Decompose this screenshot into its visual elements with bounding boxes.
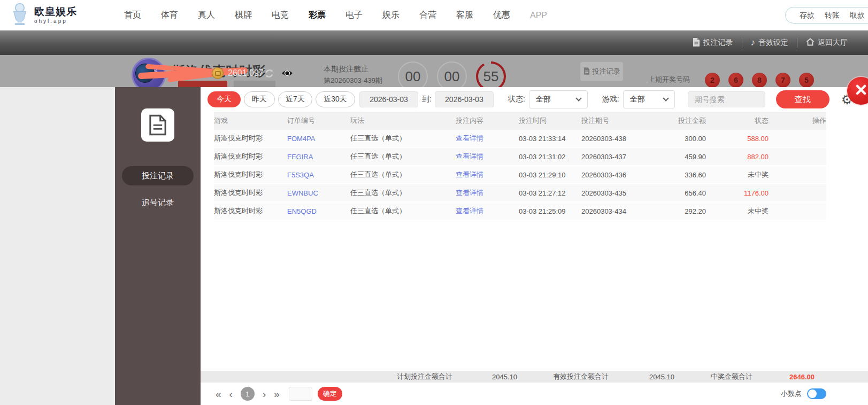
quick-filter-30days[interactable]: 近30天 bbox=[316, 91, 355, 107]
chevron-down-icon bbox=[575, 95, 581, 101]
plan-total-value: 2045.10 bbox=[492, 373, 517, 381]
game-select[interactable]: 全部 bbox=[623, 90, 675, 108]
status-select[interactable]: 全部 bbox=[529, 90, 588, 108]
bet-records-link[interactable]: 投注记录 bbox=[693, 38, 733, 48]
sound-settings-link[interactable]: ♪ 音效设定 bbox=[751, 37, 789, 48]
divider bbox=[742, 38, 742, 48]
home-icon bbox=[806, 38, 815, 48]
date-to-input[interactable] bbox=[435, 91, 494, 107]
avatar[interactable] bbox=[135, 64, 155, 83]
page-confirm-button[interactable]: 确定 bbox=[318, 387, 342, 401]
valid-total-label: 有效投注金额合计 bbox=[553, 372, 609, 381]
nav-item-partner[interactable]: 合营 bbox=[419, 10, 436, 21]
cell-bet-time: 03-03 21:31:02 bbox=[519, 153, 581, 161]
back-to-lobby-link[interactable]: 返回大厅 bbox=[806, 38, 848, 48]
win-total-label: 中奖金额合计 bbox=[711, 372, 752, 381]
first-page-button[interactable]: « bbox=[216, 389, 221, 399]
current-page-indicator: 1 bbox=[241, 387, 255, 401]
top-nav: 欧皇娱乐 ohyl.app 首页 体育 真人 棋牌 电竞 彩票 电子 娱乐 合营… bbox=[0, 0, 868, 30]
transfer-button[interactable]: 转账 bbox=[825, 11, 840, 20]
user-bar: 2601.097 投注记录 ♪ 音效设定 返回大厅 bbox=[0, 30, 868, 55]
sidebar-item-bet-records[interactable]: 投注记录 bbox=[122, 166, 194, 185]
cell-bet-time: 03-03 21:27:12 bbox=[519, 189, 581, 197]
quick-filter-today[interactable]: 今天 bbox=[208, 91, 241, 107]
period-search-input[interactable] bbox=[688, 91, 765, 107]
quick-filter-7days[interactable]: 近7天 bbox=[278, 91, 312, 107]
last-page-button[interactable]: » bbox=[274, 389, 280, 399]
cell-bet-amount: 300.00 bbox=[652, 135, 706, 143]
quick-filter-yesterday[interactable]: 昨天 bbox=[244, 91, 275, 107]
order-number-link[interactable]: F5S3QA bbox=[287, 171, 350, 179]
bet-deadline: 本期投注截止 第20260303-439期 bbox=[324, 63, 382, 87]
sidebar-item-chase-records[interactable]: 追号记录 bbox=[122, 193, 194, 212]
cell-game: 斯洛伐克时时彩 bbox=[214, 206, 287, 216]
cell-game: 斯洛伐克时时彩 bbox=[214, 188, 287, 198]
cell-play-type: 任三直选（单式） bbox=[350, 170, 456, 180]
nav-item-sports[interactable]: 体育 bbox=[161, 10, 178, 21]
modal-content: 今天 昨天 近7天 近30天 到: 状态: 全部 游戏: 全部 查找 ⚙ 游 bbox=[201, 87, 868, 405]
to-label: 到: bbox=[422, 95, 432, 104]
search-button[interactable]: 查找 bbox=[776, 90, 829, 108]
nav-item-app[interactable]: APP bbox=[530, 11, 547, 20]
cell-play-type: 任三直选（单式） bbox=[350, 206, 456, 216]
cell-status: 1176.00 bbox=[706, 189, 769, 197]
user-bar-links: 投注记录 ♪ 音效设定 返回大厅 bbox=[693, 30, 848, 55]
cell-bet-period: 20260303-434 bbox=[581, 207, 652, 215]
cell-bet-amount: 292.20 bbox=[652, 207, 706, 215]
nav-item-board[interactable]: 棋牌 bbox=[235, 10, 252, 21]
deposit-button[interactable]: 存款 bbox=[800, 11, 815, 20]
nav-item-lottery[interactable]: 彩票 bbox=[309, 10, 326, 21]
brand-name: 欧皇娱乐 bbox=[34, 6, 77, 18]
decimal-toggle[interactable] bbox=[807, 388, 826, 399]
cell-status: 未中奖 bbox=[706, 206, 769, 216]
table-row: 斯洛伐克时时彩 EWNBUC 任三直选（单式） 查看详情 03-03 21:27… bbox=[214, 184, 826, 203]
page-jump-input[interactable] bbox=[289, 387, 312, 401]
close-icon bbox=[855, 84, 867, 98]
balance-amount: 2601.097 bbox=[228, 68, 264, 78]
cell-bet-amount: 336.60 bbox=[652, 171, 706, 179]
view-details-link[interactable]: 查看详情 bbox=[456, 134, 519, 143]
cell-game: 斯洛伐克时时彩 bbox=[214, 134, 287, 143]
refresh-balance-icon[interactable] bbox=[264, 68, 274, 81]
nav-item-slots[interactable]: 电子 bbox=[345, 10, 363, 21]
view-details-link[interactable]: 查看详情 bbox=[456, 206, 519, 216]
document-icon bbox=[693, 38, 700, 48]
nav-item-service[interactable]: 客服 bbox=[456, 10, 473, 21]
cell-bet-time: 03-03 21:33:14 bbox=[519, 135, 581, 143]
nav-item-live[interactable]: 真人 bbox=[198, 10, 215, 21]
order-number-link[interactable]: FOM4PA bbox=[287, 135, 350, 143]
order-number-link[interactable]: EWNBUC bbox=[287, 189, 350, 197]
table-row: 斯洛伐克时时彩 F5S3QA 任三直选（单式） 查看详情 03-03 21:29… bbox=[214, 166, 826, 184]
table-row: 斯洛伐克时时彩 EN5QGD 任三直选（单式） 查看详情 03-03 21:25… bbox=[214, 203, 826, 221]
view-details-link[interactable]: 查看详情 bbox=[456, 152, 519, 161]
brand-logo[interactable]: 欧皇娱乐 ohyl.app bbox=[10, 3, 77, 28]
lottery-header-dimmed: 时时彩 斯洛伐克时时彩 本期投注截止 第20260303-439期 00 00 … bbox=[0, 55, 868, 87]
cell-play-type: 任三直选（单式） bbox=[350, 152, 456, 161]
nav-item-esports[interactable]: 电竞 bbox=[272, 10, 289, 21]
cell-bet-period: 20260303-438 bbox=[581, 135, 652, 143]
bet-records-table: 游戏 订单编号 玩法 投注内容 投注时间 投注期号 投注金额 状态 操作 斯洛伐… bbox=[201, 112, 868, 221]
draw-ball: 5 bbox=[799, 73, 814, 88]
next-page-button[interactable]: › bbox=[263, 389, 266, 399]
nav-item-home[interactable]: 首页 bbox=[124, 10, 141, 21]
view-details-link[interactable]: 查看详情 bbox=[456, 188, 519, 198]
nav-item-promo[interactable]: 优惠 bbox=[493, 10, 510, 21]
trophy-icon bbox=[10, 3, 30, 28]
decimal-point-label: 小数点 bbox=[781, 389, 802, 399]
document-icon bbox=[583, 67, 590, 76]
hide-balance-eye-icon[interactable] bbox=[281, 69, 293, 80]
order-number-link[interactable]: FEGIRA bbox=[287, 153, 350, 161]
cell-status: 未中奖 bbox=[706, 170, 769, 180]
prev-page-button[interactable]: ‹ bbox=[229, 389, 233, 399]
view-details-link[interactable]: 查看详情 bbox=[456, 170, 519, 180]
order-number-link[interactable]: EN5QGD bbox=[287, 207, 350, 215]
table-row: 斯洛伐克时时彩 FEGIRA 任三直选（单式） 查看详情 03-03 21:31… bbox=[214, 148, 826, 166]
chevron-down-icon bbox=[663, 95, 669, 101]
date-from-input[interactable] bbox=[359, 91, 418, 107]
withdraw-button[interactable]: 取款 bbox=[850, 11, 865, 20]
bet-record-button[interactable]: 投注记录 bbox=[580, 62, 623, 81]
last-draw-numbers: 2 6 8 7 5 bbox=[705, 73, 814, 88]
nav-item-entertainment[interactable]: 娱乐 bbox=[382, 10, 400, 21]
bet-records-modal: 投注记录 追号记录 今天 昨天 近7天 近30天 到: 状态: 全部 游戏: 全… bbox=[115, 87, 868, 405]
cell-status: 882.00 bbox=[706, 153, 769, 161]
